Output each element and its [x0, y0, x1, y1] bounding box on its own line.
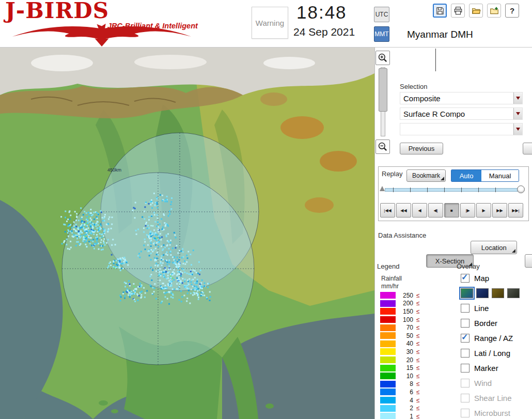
- radar-map[interactable]: 450km: [0, 48, 374, 419]
- overlay-item-shear-line: Shear Line: [461, 393, 532, 404]
- auto-mode-button[interactable]: Auto: [451, 170, 481, 181]
- checkbox-range-az[interactable]: ✓: [461, 334, 470, 343]
- legend-title: Legend: [377, 262, 399, 270]
- location-button[interactable]: Location: [471, 241, 517, 254]
- map-style-4[interactable]: [507, 288, 520, 298]
- timeline-ticks: [393, 188, 502, 192]
- legend-operator: ≤: [416, 356, 420, 364]
- mmt-button[interactable]: MMT: [374, 26, 389, 42]
- checkbox-microburst: [461, 409, 470, 417]
- legend-swatch: [380, 356, 396, 363]
- zoom-out-button[interactable]: [375, 139, 390, 154]
- composite-dropdown-value: Composite: [400, 94, 513, 103]
- manual-mode-button[interactable]: Manual: [481, 170, 519, 181]
- legend-value: 6: [398, 389, 413, 396]
- previous-button[interactable]: Previous: [400, 143, 443, 154]
- checkbox-lati-long[interactable]: [461, 349, 470, 358]
- legend-operator: ≤: [416, 340, 420, 347]
- print-icon: [453, 6, 463, 15]
- legend-operator: ≤: [416, 308, 420, 315]
- legend-value: 100: [398, 316, 413, 323]
- timeline-slider-handle[interactable]: [517, 185, 525, 193]
- clock-time: 18:48: [296, 2, 347, 23]
- legend-operator: ≤: [416, 324, 420, 331]
- step-back-button[interactable]: ◀|: [428, 203, 443, 218]
- checkbox-wind: [461, 379, 470, 387]
- export-button[interactable]: [487, 4, 501, 18]
- legend-operator: ≤: [416, 332, 420, 339]
- chevron-down-icon[interactable]: [513, 108, 522, 119]
- utc-button[interactable]: UTC: [374, 7, 389, 22]
- composite-dropdown[interactable]: Composite: [400, 92, 523, 104]
- logo-title: J-BIRDS: [5, 0, 109, 23]
- overlay-label-lati-long: Lati / Long: [474, 349, 510, 358]
- select-button[interactable]: Select: [523, 143, 532, 154]
- skip-to-end-button[interactable]: ▶▶|: [508, 203, 523, 218]
- legend-value: 15: [398, 364, 413, 371]
- legend-swatch: [380, 340, 396, 347]
- legend-value: 50: [398, 332, 413, 339]
- legend-swatch: [380, 324, 396, 331]
- overlay-item-map: ✓Map: [461, 273, 532, 284]
- print-button[interactable]: [451, 4, 465, 18]
- legend-operator: ≤: [416, 300, 420, 307]
- legend-row: 200≤: [380, 300, 442, 308]
- overlay-item-microburst: Microburst: [461, 408, 532, 418]
- checkbox-border[interactable]: [461, 319, 470, 328]
- stop-button[interactable]: ■: [444, 203, 459, 218]
- checkbox-map[interactable]: ✓: [461, 274, 470, 283]
- open-folder-button[interactable]: [469, 4, 483, 18]
- checkbox-line[interactable]: [461, 304, 470, 313]
- selection-label: Selection: [400, 83, 427, 90]
- org-name: Myanmar DMH: [407, 29, 473, 40]
- overlay-item-wind: Wind: [461, 378, 532, 389]
- legend-operator: ≤: [416, 397, 420, 404]
- track-button[interactable]: Track: [525, 254, 532, 268]
- legend-row: 15≤: [380, 364, 442, 372]
- legend-swatch: [380, 308, 396, 315]
- range-label: 450km: [107, 167, 121, 173]
- zoom-out-icon: [378, 142, 388, 152]
- bookmark-button[interactable]: Bookmark: [406, 169, 446, 182]
- chevron-down-icon[interactable]: [513, 123, 522, 135]
- legend-swatch: [380, 300, 396, 307]
- fast-forward-button[interactable]: ▶▶: [492, 203, 507, 218]
- map-style-3[interactable]: [492, 288, 504, 298]
- empty-dropdown[interactable]: [400, 123, 523, 135]
- help-icon: ?: [510, 6, 514, 15]
- eagle-logo-icon: [6, 21, 198, 46]
- fast-rewind-button[interactable]: ◀◀: [396, 203, 411, 218]
- play-reverse-button[interactable]: ◀: [412, 203, 427, 218]
- zoom-slider-handle[interactable]: [379, 68, 387, 112]
- overlay-label-line: Line: [474, 304, 489, 313]
- legend-value: 1: [398, 413, 413, 419]
- save-button[interactable]: [433, 4, 447, 18]
- map-style-1[interactable]: [461, 288, 473, 298]
- overlay-label-marker: Marker: [474, 364, 498, 373]
- chevron-down-icon[interactable]: [513, 92, 522, 104]
- overlay-item-range-az: ✓Range / AZ: [461, 333, 532, 344]
- legend-value: 10: [398, 373, 413, 380]
- legend-row: 70≤: [380, 323, 442, 332]
- map-style-2[interactable]: [476, 288, 489, 298]
- legend-row: 4≤: [380, 396, 442, 405]
- legend-operator: ≤: [416, 373, 420, 380]
- play-button[interactable]: ▶: [476, 203, 491, 218]
- product-dropdown-value: Surface R Compo: [400, 110, 513, 118]
- step-forward-button[interactable]: |▶: [460, 203, 475, 218]
- overlay-item-border: Border: [461, 318, 532, 329]
- export-icon: [490, 6, 499, 15]
- legend-swatch: [380, 405, 396, 412]
- legend-row: 6≤: [380, 388, 442, 396]
- legend-row: 20≤: [380, 356, 442, 364]
- warning-indicator: Warning: [252, 7, 288, 39]
- legend-value: 70: [398, 324, 413, 331]
- zoom-in-button[interactable]: [375, 51, 390, 65]
- save-icon: [435, 6, 445, 15]
- product-dropdown[interactable]: Surface R Compo: [400, 107, 523, 120]
- timeline-start-marker: [380, 186, 385, 191]
- help-button[interactable]: ?: [505, 4, 519, 18]
- control-panel: Selection Composite Surface R Compo Prev…: [374, 48, 532, 419]
- skip-to-start-button[interactable]: |◀◀: [380, 203, 395, 218]
- checkbox-marker[interactable]: [461, 364, 470, 373]
